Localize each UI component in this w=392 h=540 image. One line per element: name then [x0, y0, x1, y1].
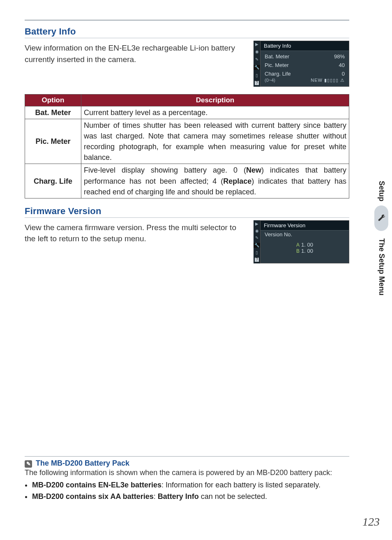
intro-battery-info: View information on the EN-EL3e recharge…	[25, 42, 248, 65]
note-bullet-1: MB-D200 contains EN-EL3e batteries: Info…	[32, 480, 349, 490]
opt-pic-meter: Pic. Meter	[25, 119, 81, 164]
table-row: Pic. Meter Number of times shutter has b…	[25, 119, 349, 164]
lcd-title: Battery Info	[261, 41, 349, 51]
wrench-icon	[378, 215, 385, 222]
table-row: Bat. Meter Current battery level as a pe…	[25, 106, 349, 119]
firmware-a: A1. 00	[261, 242, 349, 248]
heading-battery-info: Battery Info	[25, 26, 349, 38]
note-title-text: The MB-D200 Battery Pack	[36, 459, 129, 467]
lcd2-title: Firmware Version	[261, 221, 349, 231]
lcd2-subtitle: Version No.	[261, 231, 349, 238]
play-icon: ▶	[255, 42, 258, 46]
heading-firmware-version: Firmware Version	[25, 206, 349, 218]
lcd-charg-life-gauge: NEW ▮▯▯▯▯ ⚠	[311, 78, 345, 83]
desc-pic-meter: Number of times shutter has been release…	[81, 119, 349, 164]
help-icon: ?	[255, 258, 259, 262]
desc-charg-life: Five-level display showing battery age. …	[81, 164, 349, 198]
firmware-b: B1. 00	[261, 248, 349, 254]
wrench-icon: 🔧	[254, 65, 260, 70]
play-icon: ▶	[255, 222, 258, 226]
opt-charg-life: Charg. Life	[25, 164, 81, 198]
table-header-option: Option	[25, 95, 81, 106]
pencil-note-icon: ✎	[25, 460, 32, 468]
lcd-pic-meter-value: 40	[339, 62, 345, 68]
card-icon: ▯	[256, 74, 258, 78]
lcd-bat-meter-label: Bat. Meter	[265, 53, 289, 60]
table-row: Charg. Life Five-level display showing b…	[25, 164, 349, 198]
help-icon: ?	[255, 81, 259, 85]
side-tab: Setup The Setup Menu	[371, 181, 391, 295]
table-header-description: Description	[81, 95, 349, 106]
side-label-setup-menu: The Setup Menu	[377, 238, 386, 295]
lcd-side-icons: ▶ ◉ ✎ 🔧 ▯ ?	[254, 41, 260, 87]
battery-info-table: Option Description Bat. Meter Current ba…	[25, 94, 349, 198]
note-body-text: The following information is shown when …	[25, 468, 349, 478]
opt-bat-meter: Bat. Meter	[25, 106, 81, 119]
lcd-pic-meter-label: Pic. Meter	[265, 62, 289, 68]
pencil-icon: ✎	[255, 58, 258, 62]
page-number: 123	[362, 515, 380, 528]
lcd-charg-life-value: 0	[342, 71, 345, 77]
top-rule	[25, 20, 349, 21]
side-tab-icon-capsule	[374, 205, 388, 231]
desc-bat-meter: Current battery level as a percentage.	[81, 106, 349, 119]
side-label-setup: Setup	[377, 181, 386, 201]
camera-icon: ◉	[255, 50, 259, 54]
intro-firmware-version: View the camera firmware version. Press …	[25, 222, 248, 245]
camera-icon: ◉	[255, 229, 259, 233]
lcd-battery-info: ▶ ◉ ✎ 🔧 ▯ ? Battery Info Bat. Meter 98% …	[254, 41, 349, 87]
card-icon: ▯	[256, 251, 258, 255]
pencil-icon: ✎	[255, 236, 258, 240]
wrench-icon: 🔧	[254, 243, 260, 248]
lcd-charg-life-label: Charg. Life (0~4)	[265, 71, 291, 83]
lcd-firmware-version: ▶ ◉ ✎ 🔧 ▯ ? Firmware Version Version No.…	[254, 220, 349, 263]
note-mb-d200: ✎ The MB-D200 Battery Pack The following…	[25, 456, 349, 503]
note-bullet-2: MB-D200 contains six AA batteries: Batte…	[32, 491, 349, 502]
lcd-side-icons-2: ▶ ◉ ✎ 🔧 ▯ ?	[254, 220, 260, 263]
lcd-bat-meter-value: 98%	[334, 53, 345, 60]
